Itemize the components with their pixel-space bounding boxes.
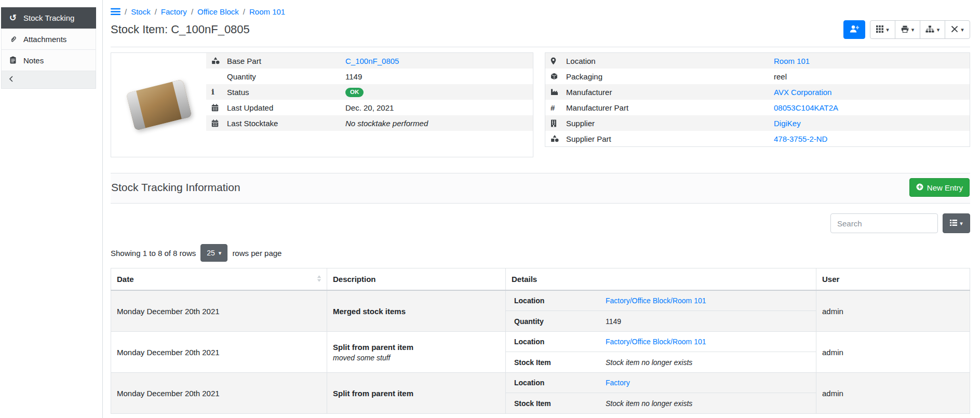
packaging-value: reel bbox=[774, 72, 964, 81]
sidebar-item-label: Stock Tracking bbox=[23, 14, 74, 22]
page-size-value: 25 bbox=[207, 249, 215, 257]
sidebar-item-stock-tracking[interactable]: ↺ Stock Tracking bbox=[1, 7, 96, 29]
detail-line-label: Location bbox=[514, 379, 606, 387]
new-entry-button[interactable]: New Entry bbox=[909, 178, 970, 197]
detail-line-label: Stock Item bbox=[514, 358, 606, 367]
base-part-link[interactable]: C_100nF_0805 bbox=[345, 57, 399, 65]
tools-icon bbox=[951, 25, 958, 34]
item-actions-toolbar: ▾ ▾ ▾ bbox=[843, 20, 970, 39]
description-note: moved some stuff bbox=[333, 354, 500, 362]
detail-label: Manufacturer Part bbox=[566, 103, 774, 112]
hashtag-icon: # bbox=[551, 103, 566, 112]
pagination-bar: Showing 1 to 8 of 8 rows 25 ▾ rows per p… bbox=[111, 244, 970, 262]
column-header-user[interactable]: User bbox=[816, 268, 970, 291]
industry-icon bbox=[551, 88, 566, 96]
location-link[interactable]: Factory/Office Block/Room 101 bbox=[606, 338, 706, 346]
breadcrumb-link-factory[interactable]: Factory bbox=[161, 7, 187, 16]
detail-label: Status bbox=[227, 88, 345, 97]
sitemap-icon bbox=[925, 25, 934, 34]
search-input[interactable] bbox=[830, 213, 938, 233]
detail-line-value: 1149 bbox=[606, 317, 621, 326]
sidebar-item-label: Notes bbox=[23, 56, 44, 65]
tracking-table: Date Description Details User Monday Dec… bbox=[111, 268, 970, 414]
table-row[interactable]: Monday December 20th 2021 Merged stock i… bbox=[111, 290, 970, 332]
page-size-dropdown[interactable]: 25 ▾ bbox=[200, 244, 227, 262]
breadcrumb-link-stock[interactable]: Stock bbox=[131, 7, 151, 16]
last-updated-value: Dec. 20, 2021 bbox=[345, 103, 528, 112]
print-dropdown-button[interactable]: ▾ bbox=[895, 20, 920, 39]
chevron-down-icon: ▾ bbox=[911, 27, 915, 33]
supplier-link[interactable]: DigiKey bbox=[774, 119, 801, 128]
column-header-description[interactable]: Description bbox=[327, 268, 506, 291]
chevron-down-icon: ▾ bbox=[937, 27, 940, 33]
detail-line-label: Location bbox=[514, 296, 606, 305]
part-thumbnail[interactable] bbox=[111, 53, 206, 157]
column-label: Date bbox=[117, 275, 134, 284]
detail-line: Stock Item Stock item no longer exists bbox=[506, 393, 816, 413]
menu-icon[interactable] bbox=[111, 8, 120, 16]
calendar-icon bbox=[211, 104, 227, 112]
manufacturer-link[interactable]: AVX Corporation bbox=[774, 88, 831, 97]
sidebar-collapse-button[interactable] bbox=[1, 71, 96, 89]
detail-line: Location Factory/Office Block/Room 101 bbox=[506, 291, 816, 311]
detail-row-manufacturer: Manufacturer AVX Corporation bbox=[545, 84, 970, 100]
manufacturer-part-link[interactable]: 08053C104KAT2A bbox=[774, 103, 838, 112]
column-label: Description bbox=[333, 275, 376, 284]
detail-row-status: i Status OK bbox=[206, 84, 533, 100]
column-header-date[interactable]: Date bbox=[111, 268, 327, 291]
building-icon bbox=[551, 119, 566, 127]
column-header-details[interactable]: Details bbox=[506, 268, 816, 291]
last-stocktake-value: No stocktake performed bbox=[345, 119, 528, 128]
sort-icon[interactable] bbox=[317, 275, 321, 284]
detail-row-manufacturer-part: # Manufacturer Part 08053C104KAT2A bbox=[545, 100, 970, 115]
chevron-left-icon bbox=[8, 75, 15, 84]
breadcrumb-separator: / bbox=[155, 7, 157, 16]
breadcrumb-separator: / bbox=[125, 7, 127, 16]
sidebar-item-label: Attachments bbox=[23, 35, 66, 44]
grid-icon bbox=[876, 25, 883, 34]
location-link[interactable]: Factory/Office Block/Room 101 bbox=[606, 296, 706, 305]
location-link[interactable]: Room 101 bbox=[774, 57, 810, 65]
detail-row-supplier: Supplier DigiKey bbox=[545, 115, 970, 131]
paperclip-icon bbox=[8, 35, 18, 43]
stock-transfer-dropdown-button[interactable]: ▾ bbox=[920, 20, 945, 39]
columns-dropdown-button[interactable]: ▾ bbox=[943, 213, 970, 233]
plus-circle-icon bbox=[916, 183, 923, 192]
app-root: ↺ Stock Tracking Attachments Notes bbox=[0, 0, 980, 418]
description-text: Split from parent item bbox=[333, 389, 500, 398]
list-icon bbox=[950, 220, 957, 227]
detail-line-value: Stock item no longer exists bbox=[606, 358, 692, 367]
history-icon: ↺ bbox=[8, 14, 18, 22]
table-row[interactable]: Monday December 20th 2021 Split from par… bbox=[111, 373, 970, 414]
detail-line: Stock Item Stock item no longer exists bbox=[506, 352, 816, 372]
detail-label: Last Updated bbox=[227, 103, 345, 112]
cell-date: Monday December 20th 2021 bbox=[111, 290, 327, 332]
tracking-section-header: Stock Tracking Information New Entry bbox=[111, 173, 970, 204]
cell-user: admin bbox=[816, 373, 970, 414]
user-settings-button[interactable] bbox=[843, 20, 865, 39]
rows-per-page-label: rows per page bbox=[232, 249, 281, 258]
detail-line-value: Stock item no longer exists bbox=[606, 399, 692, 408]
grid-dropdown-button[interactable]: ▾ bbox=[870, 20, 895, 39]
map-marker-icon bbox=[551, 57, 566, 65]
table-header-row: Date Description Details User bbox=[111, 268, 970, 291]
tools-dropdown-button[interactable]: ▾ bbox=[945, 20, 970, 39]
quantity-value: 1149 bbox=[345, 72, 528, 81]
breadcrumb-link-room-101[interactable]: Room 101 bbox=[249, 7, 285, 16]
sidebar-item-notes[interactable]: Notes bbox=[1, 50, 96, 71]
supplier-part-link[interactable]: 478-3755-2-ND bbox=[774, 134, 827, 143]
detail-label: Manufacturer bbox=[566, 88, 774, 97]
detail-row-last-updated: Last Updated Dec. 20, 2021 bbox=[206, 100, 533, 115]
detail-label: Location bbox=[566, 57, 774, 65]
detail-label: Packaging bbox=[566, 72, 774, 81]
info-icon: i bbox=[211, 87, 227, 97]
pagination-summary: Showing 1 to 8 of 8 rows bbox=[111, 249, 196, 258]
table-toolbar: ▾ bbox=[111, 213, 970, 233]
detail-row-packaging: Packaging reel bbox=[545, 69, 970, 84]
location-link[interactable]: Factory bbox=[606, 379, 630, 387]
table-row[interactable]: Monday December 20th 2021 Split from par… bbox=[111, 332, 970, 373]
detail-line-label: Location bbox=[514, 338, 606, 346]
sidebar-item-attachments[interactable]: Attachments bbox=[1, 29, 96, 50]
capacitor-image bbox=[126, 79, 192, 131]
breadcrumb-link-office-block[interactable]: Office Block bbox=[197, 7, 239, 16]
